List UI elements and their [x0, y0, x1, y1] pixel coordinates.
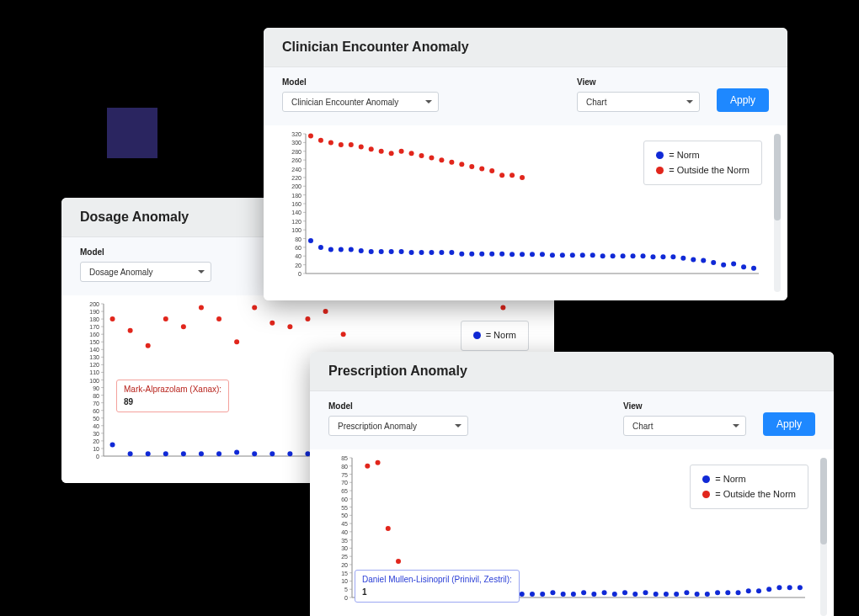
svg-point-282 [787, 585, 792, 590]
model-select[interactable]: Dosage Anomaly [80, 262, 211, 282]
svg-text:80: 80 [341, 464, 348, 470]
model-select[interactable]: Prescription Anomaly [328, 416, 468, 436]
svg-point-281 [776, 585, 782, 590]
svg-point-261 [571, 592, 576, 597]
svg-text:100: 100 [89, 378, 99, 384]
svg-point-257 [530, 592, 535, 597]
svg-text:45: 45 [341, 521, 348, 527]
svg-point-165 [489, 252, 494, 257]
svg-point-52 [252, 305, 257, 311]
svg-point-272 [684, 590, 689, 595]
svg-point-51 [234, 339, 239, 344]
svg-text:90: 90 [93, 385, 99, 391]
legend-row-norm: = Norm [656, 148, 750, 163]
svg-text:40: 40 [93, 423, 99, 429]
svg-point-173 [570, 252, 575, 258]
view-select[interactable]: Chart [623, 416, 746, 436]
svg-text:200: 200 [89, 301, 99, 307]
svg-text:240: 240 [291, 167, 301, 173]
svg-point-181 [650, 254, 655, 259]
dot-icon [473, 332, 481, 339]
svg-point-129 [349, 142, 354, 147]
svg-text:65: 65 [341, 488, 348, 494]
svg-text:170: 170 [89, 324, 99, 330]
svg-text:180: 180 [89, 316, 99, 322]
legend: = Norm = Outside the Norm [643, 141, 762, 185]
svg-text:200: 200 [291, 183, 301, 189]
decorative-square [107, 108, 157, 158]
svg-point-46 [146, 343, 151, 348]
apply-button[interactable]: Apply [717, 88, 769, 112]
svg-text:0: 0 [298, 271, 301, 277]
svg-point-266 [622, 590, 627, 595]
apply-button[interactable]: Apply [763, 412, 815, 436]
svg-text:130: 130 [89, 354, 99, 360]
svg-point-78 [287, 451, 292, 456]
svg-point-189 [731, 262, 736, 267]
svg-point-56 [323, 309, 328, 314]
view-group: View Chart [577, 77, 700, 112]
legend-row-outside: = Outside the Norm [656, 163, 750, 178]
svg-point-75 [234, 449, 239, 454]
legend-row-norm: = Norm [473, 328, 516, 343]
card-header: Clinician Encounter Anomaly [264, 28, 787, 67]
scrollbar[interactable] [820, 458, 827, 616]
svg-point-160 [439, 250, 444, 255]
tooltip-label: Mark-Alprazolam (Xanax): [124, 385, 221, 394]
scrollbar[interactable] [774, 134, 781, 292]
svg-point-164 [479, 252, 484, 257]
svg-point-258 [540, 592, 545, 597]
legend-norm-label: = Norm [486, 328, 516, 343]
svg-point-158 [419, 250, 424, 255]
svg-point-231 [365, 464, 370, 469]
svg-point-142 [479, 167, 484, 172]
svg-text:15: 15 [341, 571, 348, 576]
svg-point-130 [359, 145, 364, 150]
svg-point-188 [721, 263, 726, 268]
svg-point-76 [252, 451, 257, 456]
view-select[interactable]: Chart [577, 92, 700, 112]
svg-point-161 [449, 250, 454, 255]
svg-point-232 [376, 460, 381, 465]
svg-point-274 [705, 592, 710, 597]
legend-outside-label: = Outside the Norm [669, 163, 750, 178]
svg-text:180: 180 [291, 193, 301, 199]
svg-point-179 [631, 253, 636, 258]
svg-point-57 [341, 332, 346, 337]
svg-point-125 [308, 134, 313, 139]
svg-point-269 [654, 592, 659, 597]
svg-point-45 [128, 328, 133, 333]
svg-text:260: 260 [291, 157, 301, 163]
svg-point-190 [741, 264, 746, 269]
svg-text:120: 120 [291, 219, 301, 225]
svg-point-279 [756, 588, 761, 593]
svg-point-140 [459, 162, 464, 167]
svg-text:280: 280 [291, 149, 301, 155]
scrollbar-thumb[interactable] [774, 134, 781, 220]
svg-point-277 [736, 590, 741, 595]
card-title: Prescription Anomaly [328, 364, 815, 379]
svg-text:40: 40 [341, 529, 348, 535]
svg-point-156 [399, 249, 404, 254]
svg-text:150: 150 [89, 339, 99, 345]
svg-point-262 [581, 590, 586, 595]
svg-point-167 [510, 252, 515, 257]
svg-text:0: 0 [344, 595, 348, 601]
svg-point-151 [349, 247, 354, 252]
svg-text:55: 55 [341, 505, 348, 511]
svg-point-177 [611, 253, 616, 258]
svg-text:60: 60 [341, 497, 348, 502]
controls-row: Model Clinician Encounter Anomaly View C… [264, 67, 787, 125]
svg-point-169 [530, 252, 535, 257]
svg-point-50 [216, 316, 221, 321]
dot-icon [656, 151, 664, 159]
svg-point-283 [798, 585, 803, 590]
scrollbar-thumb[interactable] [820, 458, 827, 544]
model-select[interactable]: Clinician Encounter Anomaly [282, 92, 439, 112]
svg-point-273 [695, 592, 700, 597]
svg-text:30: 30 [93, 431, 99, 437]
svg-text:190: 190 [89, 309, 99, 315]
legend-norm-label: = Norm [715, 472, 745, 487]
svg-text:320: 320 [291, 131, 301, 137]
svg-text:20: 20 [93, 438, 99, 444]
